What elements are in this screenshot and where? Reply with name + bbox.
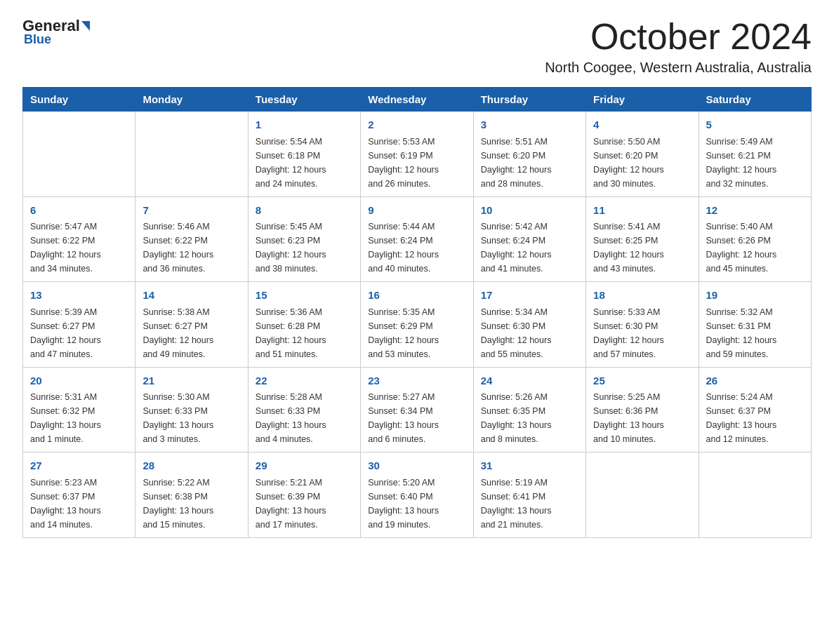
day-number: 26 [706, 373, 804, 389]
table-row: 1Sunrise: 5:54 AM Sunset: 6:18 PM Daylig… [248, 112, 360, 197]
table-row: 30Sunrise: 5:20 AM Sunset: 6:40 PM Dayli… [361, 452, 473, 538]
day-info: Sunrise: 5:45 AM Sunset: 6:23 PM Dayligh… [256, 220, 353, 276]
day-number: 18 [593, 288, 691, 304]
day-info: Sunrise: 5:44 AM Sunset: 6:24 PM Dayligh… [368, 220, 465, 276]
day-info: Sunrise: 5:20 AM Sunset: 6:40 PM Dayligh… [368, 476, 465, 532]
table-row [23, 112, 135, 197]
calendar-week-1: 1Sunrise: 5:54 AM Sunset: 6:18 PM Daylig… [23, 112, 812, 197]
col-saturday: Saturday [699, 88, 811, 112]
table-row: 4Sunrise: 5:50 AM Sunset: 6:20 PM Daylig… [586, 112, 699, 197]
location-title: North Coogee, Western Australia, Austral… [545, 60, 812, 76]
day-number: 10 [481, 203, 578, 219]
table-row: 11Sunrise: 5:41 AM Sunset: 6:25 PM Dayli… [586, 196, 699, 282]
day-number: 9 [368, 203, 465, 219]
table-row: 10Sunrise: 5:42 AM Sunset: 6:24 PM Dayli… [473, 196, 585, 282]
day-number: 23 [368, 373, 465, 389]
day-info: Sunrise: 5:33 AM Sunset: 6:30 PM Dayligh… [593, 305, 691, 361]
day-info: Sunrise: 5:31 AM Sunset: 6:32 PM Dayligh… [30, 390, 128, 446]
calendar-table: Sunday Monday Tuesday Wednesday Thursday… [22, 87, 812, 538]
day-number: 21 [143, 373, 240, 389]
day-info: Sunrise: 5:38 AM Sunset: 6:27 PM Dayligh… [143, 305, 240, 361]
col-thursday: Thursday [473, 88, 585, 112]
day-info: Sunrise: 5:27 AM Sunset: 6:34 PM Dayligh… [368, 390, 465, 446]
table-row: 26Sunrise: 5:24 AM Sunset: 6:37 PM Dayli… [699, 367, 811, 452]
day-number: 5 [706, 117, 804, 133]
day-info: Sunrise: 5:51 AM Sunset: 6:20 PM Dayligh… [481, 135, 578, 191]
table-row: 29Sunrise: 5:21 AM Sunset: 6:39 PM Dayli… [248, 452, 360, 538]
table-row: 20Sunrise: 5:31 AM Sunset: 6:32 PM Dayli… [23, 367, 135, 452]
table-row: 6Sunrise: 5:47 AM Sunset: 6:22 PM Daylig… [23, 196, 135, 282]
calendar-week-2: 6Sunrise: 5:47 AM Sunset: 6:22 PM Daylig… [23, 196, 812, 282]
day-info: Sunrise: 5:26 AM Sunset: 6:35 PM Dayligh… [481, 390, 578, 446]
day-info: Sunrise: 5:21 AM Sunset: 6:39 PM Dayligh… [256, 476, 353, 532]
day-number: 19 [706, 288, 804, 304]
day-number: 20 [30, 373, 128, 389]
col-monday: Monday [135, 88, 248, 112]
table-row: 3Sunrise: 5:51 AM Sunset: 6:20 PM Daylig… [473, 112, 585, 197]
day-number: 7 [143, 203, 240, 219]
table-row: 15Sunrise: 5:36 AM Sunset: 6:28 PM Dayli… [248, 282, 360, 368]
table-row [135, 112, 248, 197]
day-number: 4 [593, 117, 691, 133]
col-sunday: Sunday [23, 88, 135, 112]
day-number: 31 [481, 458, 578, 474]
table-row: 22Sunrise: 5:28 AM Sunset: 6:33 PM Dayli… [248, 367, 360, 452]
table-row: 2Sunrise: 5:53 AM Sunset: 6:19 PM Daylig… [361, 112, 473, 197]
day-number: 28 [143, 458, 240, 474]
table-row [586, 452, 699, 538]
month-title: October 2024 [545, 17, 812, 57]
day-number: 17 [481, 288, 578, 304]
day-number: 27 [30, 458, 128, 474]
day-info: Sunrise: 5:50 AM Sunset: 6:20 PM Dayligh… [593, 135, 691, 191]
day-info: Sunrise: 5:22 AM Sunset: 6:38 PM Dayligh… [143, 476, 240, 532]
calendar-header-row: Sunday Monday Tuesday Wednesday Thursday… [23, 88, 812, 112]
day-info: Sunrise: 5:53 AM Sunset: 6:19 PM Dayligh… [368, 135, 465, 191]
table-row: 9Sunrise: 5:44 AM Sunset: 6:24 PM Daylig… [361, 196, 473, 282]
table-row: 19Sunrise: 5:32 AM Sunset: 6:31 PM Dayli… [699, 282, 811, 368]
table-row: 25Sunrise: 5:25 AM Sunset: 6:36 PM Dayli… [586, 367, 699, 452]
day-number: 6 [30, 203, 128, 219]
day-info: Sunrise: 5:34 AM Sunset: 6:30 PM Dayligh… [481, 305, 578, 361]
table-row: 8Sunrise: 5:45 AM Sunset: 6:23 PM Daylig… [248, 196, 360, 282]
day-number: 15 [256, 288, 353, 304]
day-info: Sunrise: 5:49 AM Sunset: 6:21 PM Dayligh… [706, 135, 804, 191]
day-info: Sunrise: 5:36 AM Sunset: 6:28 PM Dayligh… [256, 305, 353, 361]
day-info: Sunrise: 5:32 AM Sunset: 6:31 PM Dayligh… [706, 305, 804, 361]
day-number: 11 [593, 203, 691, 219]
day-number: 13 [30, 288, 128, 304]
day-number: 1 [256, 117, 353, 133]
day-number: 16 [368, 288, 465, 304]
day-number: 8 [256, 203, 353, 219]
table-row: 12Sunrise: 5:40 AM Sunset: 6:26 PM Dayli… [699, 196, 811, 282]
table-row: 24Sunrise: 5:26 AM Sunset: 6:35 PM Dayli… [473, 367, 585, 452]
day-info: Sunrise: 5:54 AM Sunset: 6:18 PM Dayligh… [256, 135, 353, 191]
day-info: Sunrise: 5:39 AM Sunset: 6:27 PM Dayligh… [30, 305, 128, 361]
table-row: 18Sunrise: 5:33 AM Sunset: 6:30 PM Dayli… [586, 282, 699, 368]
day-number: 3 [481, 117, 578, 133]
day-info: Sunrise: 5:47 AM Sunset: 6:22 PM Dayligh… [30, 220, 128, 276]
day-info: Sunrise: 5:28 AM Sunset: 6:33 PM Dayligh… [256, 390, 353, 446]
logo-blue-text: Blue [24, 32, 51, 47]
day-info: Sunrise: 5:19 AM Sunset: 6:41 PM Dayligh… [481, 476, 578, 532]
day-info: Sunrise: 5:23 AM Sunset: 6:37 PM Dayligh… [30, 476, 128, 532]
day-info: Sunrise: 5:41 AM Sunset: 6:25 PM Dayligh… [593, 220, 691, 276]
table-row: 23Sunrise: 5:27 AM Sunset: 6:34 PM Dayli… [361, 367, 473, 452]
day-info: Sunrise: 5:35 AM Sunset: 6:29 PM Dayligh… [368, 305, 465, 361]
table-row: 5Sunrise: 5:49 AM Sunset: 6:21 PM Daylig… [699, 112, 811, 197]
day-number: 25 [593, 373, 691, 389]
logo-arrow-icon [81, 21, 90, 31]
day-number: 2 [368, 117, 465, 133]
day-info: Sunrise: 5:46 AM Sunset: 6:22 PM Dayligh… [143, 220, 240, 276]
title-block: October 2024 North Coogee, Western Austr… [545, 17, 812, 76]
col-friday: Friday [586, 88, 699, 112]
table-row: 27Sunrise: 5:23 AM Sunset: 6:37 PM Dayli… [23, 452, 135, 538]
col-wednesday: Wednesday [361, 88, 473, 112]
day-number: 24 [481, 373, 578, 389]
calendar-week-5: 27Sunrise: 5:23 AM Sunset: 6:37 PM Dayli… [23, 452, 812, 538]
day-number: 30 [368, 458, 465, 474]
table-row: 13Sunrise: 5:39 AM Sunset: 6:27 PM Dayli… [23, 282, 135, 368]
table-row: 21Sunrise: 5:30 AM Sunset: 6:33 PM Dayli… [135, 367, 248, 452]
day-number: 22 [256, 373, 353, 389]
day-info: Sunrise: 5:25 AM Sunset: 6:36 PM Dayligh… [593, 390, 691, 446]
page-header: General Blue October 2024 North Coogee, … [22, 17, 812, 76]
